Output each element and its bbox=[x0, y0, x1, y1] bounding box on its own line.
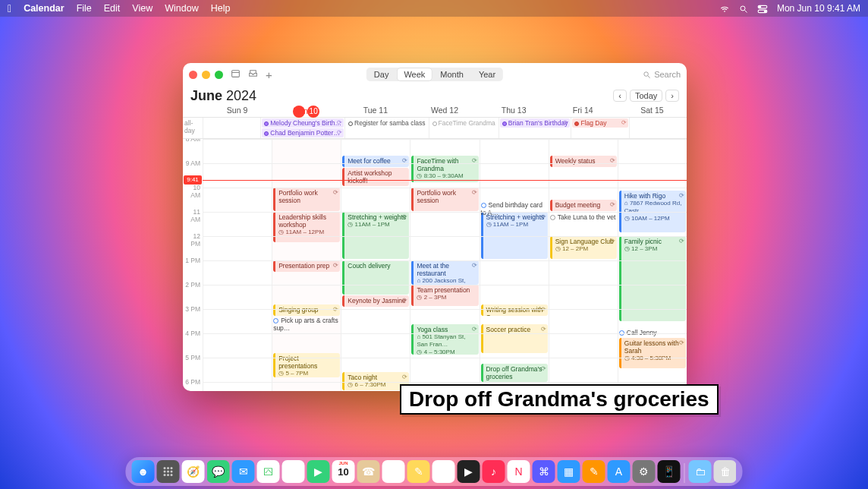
menu-file[interactable]: File bbox=[77, 3, 92, 14]
calendar-event[interactable]: Portfolio work session⟳ bbox=[411, 188, 478, 211]
dock-pages-icon[interactable]: ✎ bbox=[583, 460, 605, 483]
dock-notes-icon[interactable]: ✎ bbox=[407, 460, 430, 483]
day-header-sun: Sun 9 bbox=[203, 106, 272, 118]
dock-mail-icon[interactable]: ✉︎ bbox=[232, 460, 255, 483]
menu-help[interactable]: Help bbox=[211, 3, 231, 14]
dock-facetime-icon[interactable]: ▶ bbox=[307, 460, 330, 483]
all-day-row: all-day Melody Cheung's Birth…⟳Chad Benj… bbox=[183, 118, 687, 139]
dock-launchpad-icon[interactable] bbox=[157, 460, 180, 483]
day-column-thu[interactable]: Stretching + weights11AM – 1PM⟳Writing s… bbox=[480, 139, 549, 391]
day-column-tue[interactable]: Meet for coffee⟳Artist workshop kickoff!… bbox=[341, 139, 410, 391]
calendar-event[interactable]: Yoga class501 Stanyan St, San Fran…4 – 5… bbox=[411, 324, 478, 355]
calendar-event[interactable]: Stretching + weights11AM – 1PM⟳ bbox=[342, 212, 409, 259]
allday-event[interactable]: Register for samba class bbox=[346, 118, 428, 128]
calendar-event[interactable]: Meet at the restaurant200 Jackson St, Sa… bbox=[411, 260, 478, 285]
calendar-event[interactable]: Meet for coffee⟳ bbox=[342, 156, 409, 167]
calendar-event[interactable]: Drop off Grandma's groceries⟳ bbox=[481, 364, 548, 382]
calendar-event[interactable]: Presentation prep⟳ bbox=[273, 260, 340, 272]
calendar-grid[interactable]: 8 AM9 AM10 AM11 AM12 PM1 PM2 PM3 PM4 PM5… bbox=[183, 139, 687, 391]
today-button[interactable]: Today bbox=[630, 90, 662, 102]
svg-point-5 bbox=[764, 11, 766, 12]
month-name: June bbox=[190, 88, 222, 103]
calendar-event[interactable]: Guitar lessons with Sarah4:30 – 5:30PM⟳ bbox=[619, 338, 686, 368]
day-column-sun[interactable] bbox=[203, 139, 272, 391]
reminder-item[interactable]: Send birthday card to A… bbox=[481, 201, 548, 216]
menubar-clock[interactable]: Mon Jun 10 9:41 AM bbox=[777, 3, 860, 14]
search-placeholder: Search bbox=[654, 70, 681, 79]
wifi-icon[interactable] bbox=[719, 3, 730, 14]
menu-edit[interactable]: Edit bbox=[104, 3, 121, 14]
allday-event[interactable]: Brian Tran's Birthday⟳ bbox=[500, 118, 571, 128]
calendar-event[interactable]: Budget meeting⟳ bbox=[550, 200, 617, 211]
hour-gridline bbox=[203, 188, 687, 188]
view-day[interactable]: Day bbox=[366, 68, 397, 81]
calendar-event[interactable]: Soccer practice⟳ bbox=[481, 324, 548, 353]
search-field[interactable]: Search bbox=[643, 70, 681, 79]
close-button[interactable] bbox=[189, 71, 197, 79]
dock-shortcuts-icon[interactable]: ⌘ bbox=[533, 460, 555, 483]
allday-event[interactable]: Chad Benjamin Potter…⟳ bbox=[262, 128, 344, 137]
zoom-button[interactable] bbox=[215, 71, 223, 79]
dock-keynote-icon[interactable]: ▦ bbox=[558, 460, 580, 483]
dock-news-icon[interactable]: N bbox=[508, 460, 530, 483]
view-month[interactable]: Month bbox=[432, 68, 471, 81]
dock-safari-icon[interactable]: 🧭 bbox=[182, 460, 205, 483]
dock-messages-icon[interactable]: 💬 bbox=[207, 460, 230, 483]
calendar-event[interactable]: Project presentations5 – 7PM bbox=[273, 353, 340, 377]
menu-view[interactable]: View bbox=[132, 3, 153, 14]
traffic-lights bbox=[189, 71, 223, 79]
dock-trash-icon[interactable]: 🗑 bbox=[714, 460, 737, 483]
calendar-event[interactable]: Stretching + weights11AM – 1PM⟳ bbox=[481, 212, 548, 259]
dock-iphone-mirror-icon[interactable]: 📱 bbox=[658, 460, 681, 483]
hour-label: 6 PM bbox=[183, 378, 203, 391]
control-center-icon[interactable] bbox=[757, 3, 768, 14]
calendar-event[interactable]: Sign Language Club12 – 2PM⟳ bbox=[550, 236, 617, 259]
dock-maps-icon[interactable]: ⮹ bbox=[257, 460, 280, 483]
calendar-event[interactable]: Weekly status⟳ bbox=[550, 156, 617, 167]
day-column-mon[interactable]: Portfolio work session⟳Leadership skills… bbox=[272, 139, 341, 391]
allday-event[interactable]: FaceTime Grandma bbox=[430, 118, 498, 128]
day-column-wed[interactable]: FaceTime with Grandma8:30 – 9:30AM⟳Portf… bbox=[410, 139, 479, 391]
minimize-button[interactable] bbox=[202, 71, 210, 79]
app-name[interactable]: Calendar bbox=[24, 3, 64, 14]
day-column-sat[interactable]: Hike with Rigo7867 Redwood Rd, Castr…10A… bbox=[618, 139, 687, 391]
calendar-event[interactable]: Writing session with Or…⟳ bbox=[481, 304, 548, 316]
add-event-icon[interactable]: + bbox=[266, 68, 272, 81]
dock-freeform-icon[interactable]: ✦ bbox=[432, 460, 455, 483]
menu-window[interactable]: Window bbox=[165, 3, 198, 14]
dock-downloads-icon[interactable]: 🗀 bbox=[689, 460, 712, 483]
view-week[interactable]: Week bbox=[396, 68, 432, 81]
month-title: June 2024 bbox=[190, 88, 256, 104]
calendar-event[interactable]: FaceTime with Grandma8:30 – 9:30AM⟳ bbox=[411, 156, 478, 182]
calendar-event[interactable]: Leadership skills workshop11AM – 12PM bbox=[273, 212, 340, 242]
calendars-toggle-icon[interactable] bbox=[231, 68, 241, 80]
dock-appstore-icon[interactable]: A bbox=[608, 460, 631, 483]
view-year[interactable]: Year bbox=[471, 68, 503, 81]
hour-gridline bbox=[203, 358, 687, 358]
dock-calendar-icon[interactable]: JUN 10 bbox=[332, 460, 355, 483]
calendar-event[interactable]: Team presentation2 – 3PM bbox=[411, 285, 478, 306]
prev-week-button[interactable]: ‹ bbox=[613, 90, 627, 102]
dock-settings-icon[interactable]: ⚙︎ bbox=[633, 460, 656, 483]
calendar-event[interactable]: Couch delivery bbox=[342, 260, 409, 295]
next-week-button[interactable]: › bbox=[665, 90, 679, 102]
reminder-item[interactable]: Pick up arts & crafts sup… bbox=[273, 317, 340, 332]
dock-photos-icon[interactable]: ✿ bbox=[282, 460, 305, 483]
dock-finder-icon[interactable]: ☻ bbox=[132, 460, 155, 483]
calendar-event[interactable]: Singing group⟳ bbox=[273, 304, 340, 316]
calendar-event[interactable]: Artist workshop kickoff!9 – 10AM bbox=[342, 168, 409, 186]
dock-tv-icon[interactable]: ▶︎ bbox=[458, 460, 480, 483]
dock-contacts-icon[interactable]: ☎︎ bbox=[357, 460, 380, 483]
allday-event[interactable]: Melody Cheung's Birth…⟳ bbox=[262, 118, 344, 128]
calendar-event[interactable]: Portfolio work session⟳ bbox=[273, 188, 340, 211]
allday-event[interactable]: Flag Day⟳ bbox=[572, 118, 627, 128]
apple-menu-icon[interactable]:  bbox=[8, 2, 11, 14]
dock-music-icon[interactable]: ♪ bbox=[483, 460, 505, 483]
spotlight-icon[interactable] bbox=[739, 3, 748, 14]
dock-reminders-icon[interactable]: ≣ bbox=[382, 460, 405, 483]
reminder-item[interactable]: Call Jenny bbox=[619, 329, 686, 336]
inbox-icon[interactable] bbox=[248, 68, 258, 80]
day-column-fri[interactable]: Weekly status⟳Budget meeting⟳Sign Langua… bbox=[549, 139, 618, 391]
reminder-item[interactable]: Take Luna to the vet bbox=[550, 213, 617, 221]
calendar-event[interactable]: Keynote by Jasmine⟳ bbox=[342, 295, 409, 307]
